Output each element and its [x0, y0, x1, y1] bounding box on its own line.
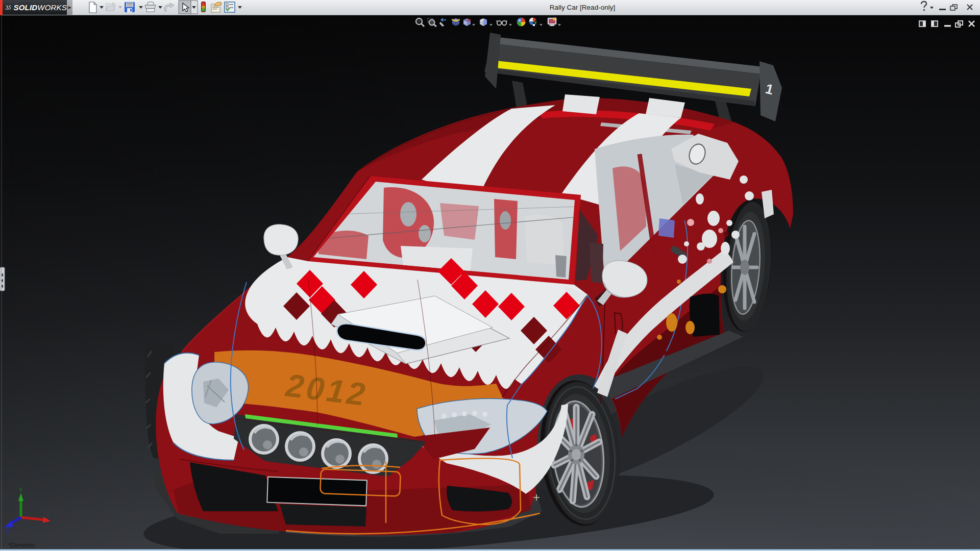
svg-text:Y: Y: [19, 487, 23, 493]
svg-text:Z: Z: [6, 528, 9, 534]
